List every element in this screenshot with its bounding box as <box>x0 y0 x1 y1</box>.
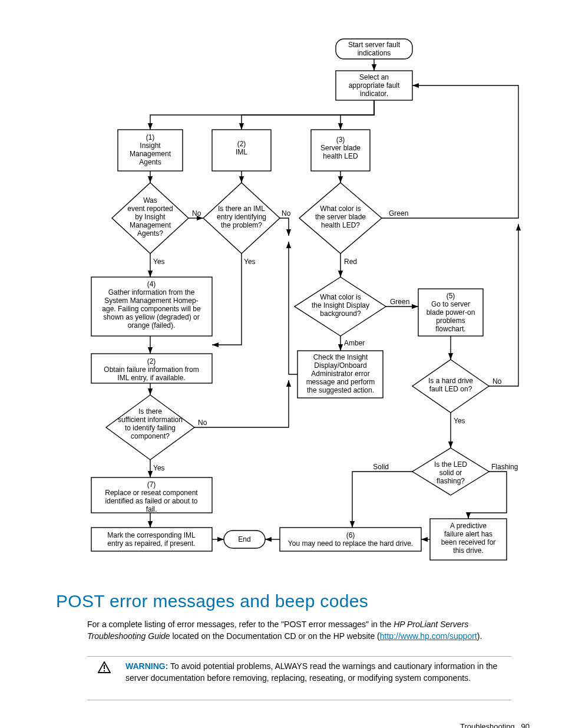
t-dwas-2: event reported <box>127 205 173 213</box>
t-dcb-2: the Insight Display <box>312 301 369 309</box>
t-n1-1: (1) <box>146 133 155 141</box>
warning-text: To avoid potential problems, ALWAYS read… <box>125 661 497 683</box>
t-ck-1: Check the Insight <box>313 353 368 361</box>
t-mk-2: entry as repaired, if present. <box>107 539 195 548</box>
t-pr-1: A predictive <box>450 522 487 530</box>
t-dcb-3: background? <box>320 309 361 318</box>
t-n7-2: Replace or reseat component <box>105 489 198 497</box>
lbl-no-3: No <box>492 377 502 386</box>
body-t4: ). <box>477 631 482 641</box>
svg-rect-2 <box>104 670 105 671</box>
footer-page: 90 <box>521 722 530 728</box>
t-pr-3: been received for <box>441 538 496 546</box>
t-diml-3: the problem? <box>221 221 262 229</box>
t-ds-1: Is there <box>138 407 162 416</box>
t-start-2: indications <box>358 49 391 57</box>
t-n5-5: flowchart. <box>435 325 465 333</box>
t-dhd-2: fault LED on? <box>429 385 472 393</box>
lbl-green-2: Green <box>390 298 409 306</box>
body-paragraph: For a complete listing of error messages… <box>87 618 511 643</box>
lbl-no-1: No <box>192 209 201 218</box>
lbl-yes-1: Yes <box>153 258 165 266</box>
t-diml-2: entry identifying <box>217 213 266 221</box>
t-ck-5: the suggested action. <box>307 386 374 394</box>
lbl-yes-4: Yes <box>153 464 165 472</box>
page-footer: Troubleshooting 90 <box>460 722 530 728</box>
t-n2-1: (2) <box>237 140 246 148</box>
t-n6-2: You may need to replace the hard drive. <box>288 539 413 548</box>
t-pr-4: this drive. <box>453 546 483 555</box>
t-dhd-1: Is a hard drive <box>428 377 473 385</box>
t-dsol-3: flashing? <box>437 477 465 485</box>
body-t1: For a complete listing of error messages… <box>87 620 394 629</box>
t-ds-4: component? <box>131 432 170 440</box>
t-n3-3: health LED <box>323 152 358 160</box>
t-ck-2: Display/Onboard <box>314 361 366 370</box>
warning-box: WARNING: To avoid potential problems, AL… <box>99 660 511 684</box>
t-dsol-2: solid or <box>439 469 462 477</box>
t-n1-4: Agents <box>139 158 161 166</box>
t-mk-1: Mark the corresponding IML <box>107 531 196 539</box>
t-dwas-1: Was <box>143 196 157 205</box>
lbl-yes-3: Yes <box>454 417 465 425</box>
t-dcl-1: What color is <box>320 205 361 213</box>
support-link[interactable]: http://www.hp.com/support <box>380 631 477 641</box>
lbl-green-1: Green <box>389 209 408 218</box>
t-pr-2: failure alert has <box>444 530 492 538</box>
t-n5-2: Go to server <box>431 300 470 308</box>
t-diml-1: Is there an IML <box>218 205 265 213</box>
t-n2-2: IML <box>236 148 247 156</box>
t-dcb-1: What color is <box>320 293 361 301</box>
t-ck-4: message and perform <box>306 378 375 386</box>
t-n3-1: (3) <box>336 136 345 144</box>
warning-icon <box>98 661 111 673</box>
t-n3-2: Server blade <box>320 144 361 152</box>
t-ds-2: sufficient information <box>118 416 183 424</box>
t-n4-1: (4) <box>147 280 156 288</box>
t-start-1: Start server fault <box>348 41 401 49</box>
lbl-no-2: No <box>282 209 291 218</box>
lbl-flashing: Flashing <box>491 463 518 471</box>
lbl-no-4: No <box>198 419 207 427</box>
t-dwas-5: Agents? <box>137 229 163 238</box>
t-n5-4: problems <box>436 317 465 325</box>
t-end: End <box>238 535 250 543</box>
t-n2b-1: (2) <box>147 357 156 365</box>
t-n6-1: (6) <box>346 531 355 539</box>
t-dwas-3: by Insight <box>135 213 166 221</box>
footer-section: Troubleshooting <box>460 722 515 728</box>
divider-bottom <box>87 700 511 700</box>
t-n4-5: shown as yellow (degraded) or <box>103 313 199 321</box>
t-n4-4: age. Failing components will be <box>102 305 201 313</box>
section-heading: POST error messages and beep codes <box>56 591 368 611</box>
lbl-amber: Amber <box>344 339 365 347</box>
warning-label: WARNING: <box>125 661 168 671</box>
t-select-1: Select an <box>359 73 389 81</box>
t-n7-1: (7) <box>147 480 156 489</box>
t-n2b-3: IML entry, if available. <box>117 374 185 382</box>
t-n7-3: identified as failed or about to <box>105 497 198 505</box>
t-n1-3: Management <box>130 150 171 158</box>
lbl-yes-2: Yes <box>244 258 256 266</box>
t-select-3: indicator. <box>360 90 388 98</box>
lbl-solid: Solid <box>373 463 389 471</box>
t-dsol-1: Is the LED <box>434 460 467 469</box>
t-dcl-2: the server blade <box>315 213 366 221</box>
divider-top <box>87 656 511 657</box>
t-n7-4: fail. <box>146 505 157 513</box>
svg-rect-1 <box>104 665 105 669</box>
lbl-red: Red <box>344 258 357 266</box>
t-n5-3: blade power-on <box>427 308 475 317</box>
body-t3: located on the Documentation CD or on th… <box>170 631 380 641</box>
t-n4-2: Gather information from the <box>108 288 195 297</box>
t-ck-3: Administrator error <box>311 370 369 378</box>
t-ds-3: to identify failing <box>125 424 176 432</box>
t-n2b-2: Obtain failure information from <box>104 365 199 374</box>
flowchart-diagram: Start server fault indications Select an… <box>0 0 562 589</box>
t-n5-1: (5) <box>447 292 455 300</box>
t-n1-2: Insight <box>140 141 161 150</box>
t-n4-6: orange (failed). <box>128 321 176 330</box>
t-dwas-4: Management <box>130 221 171 229</box>
t-dcl-3: health LED? <box>321 221 360 229</box>
t-select-2: appropriate fault <box>349 81 400 90</box>
